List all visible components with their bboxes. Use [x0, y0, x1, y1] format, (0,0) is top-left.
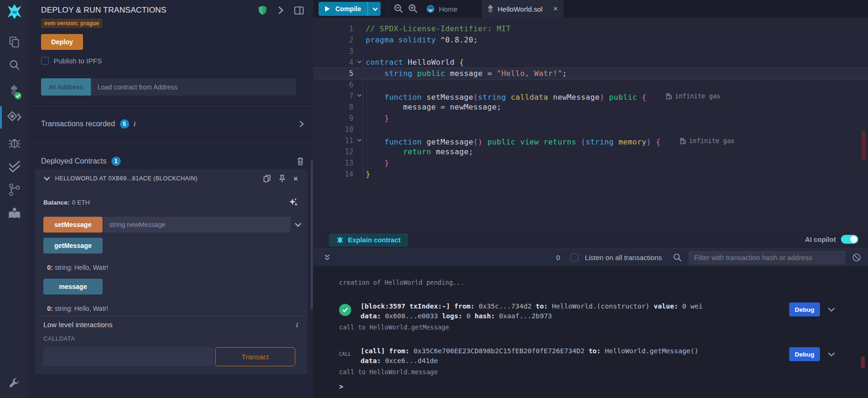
- svg-text:AI: AI: [12, 9, 17, 14]
- low-level-label: Low level interactions: [43, 321, 112, 329]
- zoom-in-icon[interactable]: [408, 4, 418, 14]
- listen-checkbox[interactable]: [570, 254, 578, 261]
- compile-options-chevron-icon[interactable]: [372, 7, 378, 11]
- static-analysis-icon[interactable]: [0, 159, 29, 173]
- ban-icon[interactable]: [852, 253, 861, 262]
- deployed-count-badge: 1: [111, 157, 121, 166]
- contract-instance-title[interactable]: HELLOWORLD AT 0XB69...81ACE (BLOCKCHAIN): [55, 175, 197, 182]
- expand-entry-chevron-icon[interactable]: [827, 350, 835, 359]
- tab-home[interactable]: Home: [422, 0, 462, 18]
- deploy-and-run-icon[interactable]: [0, 111, 29, 125]
- expand-transactions-chevron-icon[interactable]: [299, 120, 304, 128]
- solidity-file-icon: [487, 5, 493, 13]
- filter-input[interactable]: [688, 251, 846, 265]
- line-number: 6: [313, 79, 354, 90]
- chevron-right-icon[interactable]: [278, 6, 284, 14]
- fold-chevron-icon[interactable]: [354, 90, 364, 102]
- tab-helloworld-sol[interactable]: HelloWorld.sol ×: [482, 0, 563, 18]
- pin-icon[interactable]: [278, 174, 286, 183]
- terminal-scrollbar-marker[interactable]: [861, 357, 865, 368]
- remix-ai-logo-icon[interactable]: AI: [0, 4, 29, 20]
- divider: [35, 316, 307, 316]
- code-line-9[interactable]: 9 }: [313, 113, 868, 124]
- gas-estimate-annotation: infinite gas: [680, 135, 735, 146]
- call-tag: CALL: [339, 351, 351, 357]
- code-line-5[interactable]: 5 string public message = "Hello, Watr!"…: [313, 68, 868, 79]
- terminal-bar: 0 Listen on all transactions: [313, 248, 868, 266]
- transactions-recorded-label: Transactions recorded: [41, 120, 115, 128]
- settings-wrench-icon[interactable]: [0, 377, 29, 390]
- code-lines: 1// SPDX-License-Identifier: MIT2pragma …: [313, 18, 868, 180]
- expand-entry-chevron-icon[interactable]: [827, 305, 835, 314]
- code-line-11[interactable]: 11 function getMessage() public view ret…: [313, 135, 868, 146]
- ai-copilot-toggle[interactable]: [841, 235, 858, 244]
- code-line-7[interactable]: 7 function setMessage(string calldata ne…: [313, 90, 868, 102]
- solidity-compiler-icon[interactable]: [0, 84, 29, 100]
- code-line-12[interactable]: 12 return message;: [313, 146, 868, 158]
- debug-button[interactable]: Debug: [789, 302, 820, 316]
- terminal-info-line: call to HelloWorld.getMessage: [339, 323, 868, 331]
- trash-icon[interactable]: [297, 157, 304, 165]
- success-check-icon: [339, 304, 351, 316]
- close-instance-icon[interactable]: ×: [293, 175, 298, 183]
- code-editor[interactable]: 1// SPDX-License-Identifier: MIT2pragma …: [313, 18, 868, 232]
- message-button[interactable]: message: [43, 279, 103, 295]
- shield-icon[interactable]: [257, 5, 268, 16]
- publish-ipfs-checkbox[interactable]: [41, 57, 49, 65]
- at-address-input[interactable]: [91, 78, 296, 96]
- terminal[interactable]: creation of HelloWorld pending...[block:…: [313, 266, 868, 398]
- listen-count: 0: [556, 254, 560, 261]
- editor-scrollbar-marker[interactable]: [861, 131, 866, 160]
- double-chevron-down-icon[interactable]: [324, 254, 330, 261]
- line-number: 5: [313, 68, 354, 79]
- learneth-icon[interactable]: [0, 207, 29, 220]
- calldata-input[interactable]: [43, 347, 213, 366]
- debug-button[interactable]: Debug: [789, 347, 820, 361]
- code-line-10[interactable]: 10: [313, 124, 868, 135]
- code-line-14[interactable]: 14}: [313, 169, 868, 180]
- search-icon[interactable]: [0, 59, 29, 72]
- getmessage-result: 0:string: Hello, Watr!: [47, 264, 108, 271]
- deployed-contracts-label: Deployed Contracts: [41, 157, 107, 165]
- info-icon[interactable]: i: [134, 120, 136, 128]
- expand-args-chevron-icon[interactable]: [294, 222, 302, 227]
- close-icon[interactable]: ×: [553, 4, 558, 14]
- terminal-prompt[interactable]: >: [339, 383, 868, 391]
- getmessage-button[interactable]: getMessage: [43, 238, 103, 254]
- line-number: 13: [313, 158, 354, 169]
- at-address-button[interactable]: At Address: [41, 78, 91, 96]
- file-explorer-icon[interactable]: [0, 35, 29, 48]
- transact-button[interactable]: Transact: [215, 347, 295, 366]
- info-icon[interactable]: i: [296, 321, 298, 329]
- fold-chevron-icon[interactable]: [354, 57, 364, 68]
- transaction-entry: [block:3597 txIndex:-] from: 0x35c...734…: [339, 302, 835, 321]
- code-line-8[interactable]: 8 message = newMessage;: [313, 102, 868, 113]
- panel-scrollbar[interactable]: [311, 160, 313, 309]
- balance-label: Balance:: [43, 199, 69, 206]
- line-number: 9: [313, 113, 354, 124]
- copy-address-icon[interactable]: [263, 174, 271, 183]
- zoom-out-icon[interactable]: [394, 4, 403, 14]
- code-line-2[interactable]: 2pragma solidity ^0.8.20;: [313, 34, 868, 46]
- code-line-4[interactable]: 4contract HelloWorld {: [313, 57, 868, 68]
- terminal-info-line: call to HelloWorld.message: [339, 368, 868, 376]
- deploy-button[interactable]: Deploy: [41, 34, 83, 50]
- setmessage-input[interactable]: [104, 217, 291, 233]
- debugger-icon[interactable]: [0, 136, 29, 149]
- fold-chevron-icon[interactable]: [354, 135, 364, 146]
- code-line-1[interactable]: 1// SPDX-License-Identifier: MIT: [313, 23, 868, 34]
- code-line-13[interactable]: 13 }: [313, 158, 868, 169]
- remix-home-icon: [426, 5, 435, 13]
- explain-contract-button[interactable]: Explain contract: [329, 233, 408, 247]
- line-number: 11: [313, 135, 354, 146]
- collapse-chevron-icon[interactable]: [43, 176, 50, 181]
- setmessage-button[interactable]: setMessage: [43, 217, 103, 233]
- git-icon[interactable]: [0, 183, 29, 197]
- main-area: Compile Home HelloWorld.sol × 1// SPDX-L…: [313, 0, 868, 398]
- columns-icon[interactable]: [294, 6, 304, 15]
- code-line-3[interactable]: 3: [313, 46, 868, 57]
- ai-sparkle-icon[interactable]: [289, 198, 298, 207]
- search-icon[interactable]: [673, 253, 682, 262]
- compile-button[interactable]: Compile: [319, 2, 381, 16]
- code-line-6[interactable]: 6: [313, 79, 868, 90]
